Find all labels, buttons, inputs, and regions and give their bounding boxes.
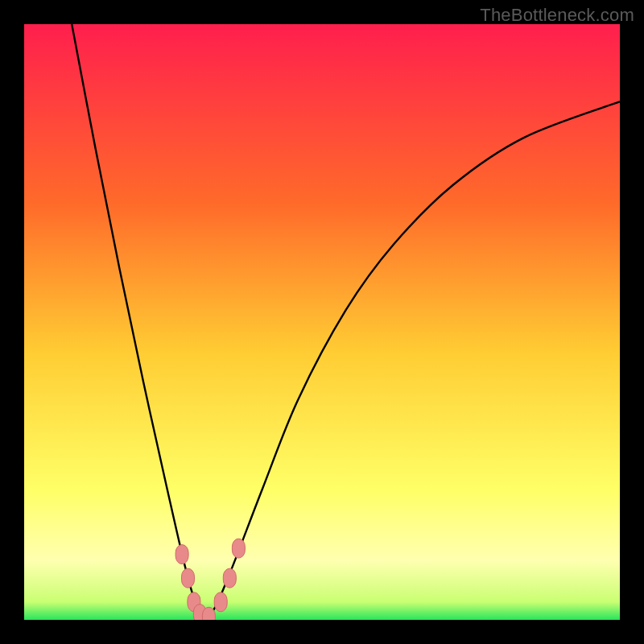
trough-marker: [232, 539, 245, 558]
trough-marker: [223, 568, 236, 588]
trough-marker: [202, 607, 215, 620]
plot-area: [24, 24, 620, 620]
gradient-background: [24, 24, 620, 620]
watermark-text: TheBottleneck.com: [480, 5, 634, 26]
chart-svg: [24, 24, 620, 620]
trough-marker: [214, 592, 227, 612]
trough-marker: [175, 545, 188, 564]
chart-frame: TheBottleneck.com: [0, 0, 644, 644]
trough-marker: [182, 568, 195, 588]
